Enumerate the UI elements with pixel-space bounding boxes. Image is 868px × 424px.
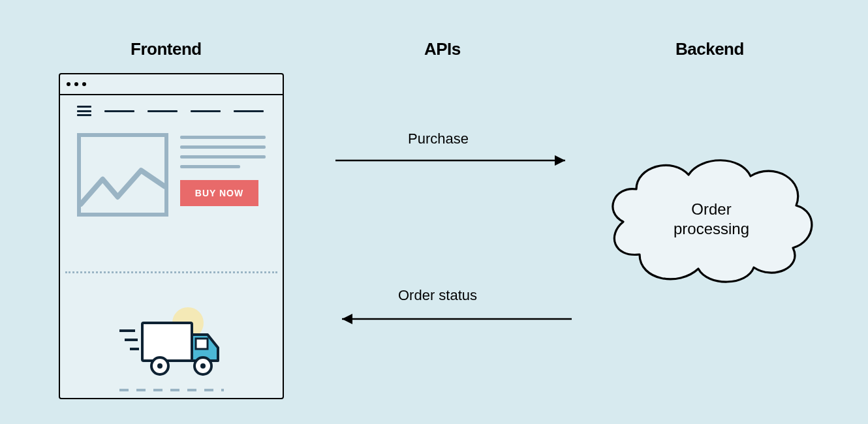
window-dot-icon bbox=[82, 82, 86, 86]
svg-rect-2 bbox=[196, 339, 208, 349]
window-dot-icon bbox=[67, 82, 70, 86]
buy-now-button[interactable]: BUY NOW bbox=[180, 180, 258, 206]
cloud-label-line1: Order bbox=[691, 200, 731, 218]
purchase-arrow-icon bbox=[333, 153, 574, 168]
ground-dashes bbox=[119, 389, 224, 391]
nav-item-placeholder bbox=[104, 110, 134, 112]
nav-row bbox=[77, 106, 266, 116]
svg-marker-13 bbox=[342, 314, 352, 324]
buy-now-label: BUY NOW bbox=[195, 188, 243, 198]
dotted-divider bbox=[65, 271, 277, 273]
nav-item-placeholder bbox=[191, 110, 221, 112]
product-description: BUY NOW bbox=[180, 133, 266, 206]
frontend-browser-window: BUY NOW bbox=[59, 73, 284, 399]
window-dot-icon bbox=[74, 82, 78, 86]
svg-point-4 bbox=[157, 363, 163, 369]
svg-marker-11 bbox=[555, 155, 565, 166]
purchase-arrow-label: Purchase bbox=[408, 130, 469, 147]
hamburger-icon bbox=[77, 106, 91, 116]
svg-point-6 bbox=[200, 363, 206, 369]
product-row: BUY NOW bbox=[77, 133, 266, 217]
order-status-arrow-label: Order status bbox=[398, 287, 477, 304]
cloud-label-line2: processing bbox=[674, 220, 749, 237]
text-line-placeholder bbox=[180, 155, 266, 159]
cloud-label: Order processing bbox=[600, 200, 822, 239]
text-line-placeholder bbox=[180, 136, 266, 139]
text-line-placeholder bbox=[180, 165, 240, 168]
apis-heading: APIs bbox=[424, 39, 461, 59]
frontend-heading: Frontend bbox=[131, 39, 202, 59]
backend-heading: Backend bbox=[675, 39, 744, 59]
product-image-placeholder bbox=[77, 133, 168, 217]
order-status-panel bbox=[60, 291, 283, 402]
nav-item-placeholder bbox=[147, 110, 178, 112]
delivery-truck-icon bbox=[106, 301, 237, 392]
backend-cloud: Order processing bbox=[600, 150, 822, 294]
text-line-placeholder bbox=[180, 145, 266, 149]
nav-item-placeholder bbox=[234, 110, 264, 112]
browser-body: BUY NOW bbox=[60, 95, 283, 398]
order-status-arrow-icon bbox=[333, 311, 574, 327]
svg-rect-1 bbox=[142, 323, 192, 361]
browser-titlebar bbox=[60, 74, 283, 95]
